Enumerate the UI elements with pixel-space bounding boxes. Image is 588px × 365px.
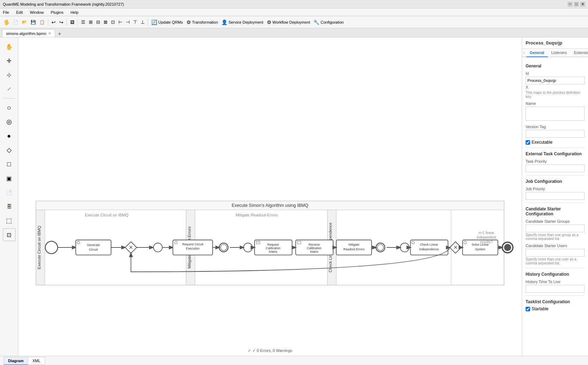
history-config-title: History Configuration [526, 272, 584, 277]
candidate-starter-title: Candidate Starter Configuration [526, 207, 584, 216]
tab-add-btn[interactable]: + [56, 31, 62, 37]
align-center-btn[interactable]: ⊞ [87, 18, 94, 27]
svg-text:✕: ✕ [129, 244, 133, 250]
distribute-h-btn[interactable]: ⊠ [102, 18, 109, 27]
fit-btn[interactable]: ⊤ [132, 18, 139, 27]
svg-text:Receive: Receive [308, 243, 320, 246]
app-title: QuantME Modeling and Transformation Fram… [3, 2, 124, 6]
save-btn[interactable]: 💾 [29, 18, 37, 27]
image-btn[interactable]: 🖼 [69, 18, 76, 27]
title-bar: QuantME Modeling and Transformation Fram… [0, 0, 588, 8]
create-end-event[interactable]: ● [3, 130, 16, 142]
svg-text:Execute Simon's Algorithm usin: Execute Simon's Algorithm using IBMQ [232, 203, 308, 208]
task-priority-label: Task Priority [526, 159, 584, 163]
startable-checkbox[interactable] [526, 307, 530, 311]
open-btn[interactable]: 📂 [20, 18, 29, 27]
menu-file[interactable]: File [1, 10, 11, 15]
history-ttl-field[interactable] [526, 285, 584, 293]
create-data-store[interactable]: 🗄 [3, 200, 16, 213]
panel-tabs: ‹ General Listeners Extensions › [522, 49, 588, 57]
svg-point-72 [504, 244, 511, 251]
configuration-btn[interactable]: 🔧 Configuration [312, 18, 345, 27]
update-qrms-btn[interactable]: 🔄 Update QRMs [150, 18, 184, 27]
flip-h-btn[interactable]: ⊢ [117, 18, 124, 27]
svg-text:Request: Request [267, 243, 279, 246]
maximize-button[interactable]: □ [574, 2, 579, 7]
transformation-label: Transformation [192, 20, 218, 24]
create-data-object[interactable]: 📄 [3, 186, 16, 199]
bpmn-diagram: Execute Simon's Algorithm using IBMQ Exe… [18, 37, 522, 356]
menu-plugins[interactable]: Plugins [49, 10, 65, 15]
name-field[interactable] [526, 107, 584, 121]
job-priority-field[interactable] [526, 192, 584, 200]
bottom-tab-group: Diagram XML [4, 357, 45, 365]
transformation-btn[interactable]: ⚙ Transformation [185, 18, 220, 27]
bottom-bar: Diagram XML [0, 356, 588, 365]
svg-text:Request Circuit: Request Circuit [182, 243, 203, 246]
create-intermediate-event[interactable]: ◎ [3, 115, 16, 128]
candidate-users-field[interactable] [526, 249, 584, 257]
menu-help[interactable]: Help [69, 10, 80, 15]
properties-panel: Properties Panel Process_0xqsrjp ‹ Gener… [522, 37, 588, 356]
create-group[interactable]: ⬚ [3, 214, 16, 227]
zoom-btn[interactable]: ⊥ [139, 18, 146, 27]
create-subprocess[interactable]: ▣ [3, 172, 16, 185]
id-field[interactable] [526, 77, 584, 84]
properties-panel-toggle[interactable]: Properties Panel [522, 186, 522, 207]
tab-xml[interactable]: XML [28, 357, 45, 365]
lasso-tool[interactable]: ✛ [3, 54, 16, 67]
diagram-status: ✓ ✓ 0 Errors, 0 Warnings [248, 348, 292, 353]
canvas-area[interactable]: Execute Simon's Algorithm using IBMQ Exe… [18, 37, 522, 356]
task-priority-field[interactable] [526, 164, 584, 172]
align-left-btn[interactable]: ☰ [80, 18, 87, 27]
menu-window[interactable]: Window [29, 10, 45, 15]
svg-text:Readout-Errors: Readout-Errors [343, 247, 365, 251]
undo-btn[interactable]: ↩ [50, 18, 57, 27]
candidate-groups-hint: Specify more than one group as a comma s… [526, 233, 584, 241]
candidate-users-label: Candidate Starter Users [526, 244, 584, 248]
close-button[interactable]: ✕ [580, 2, 585, 7]
tab-simons-algorithm[interactable]: simons-algorithm.bpmn ✕ [2, 29, 55, 37]
create-start-event[interactable]: ○ [3, 101, 16, 114]
tab-close-btn[interactable]: ✕ [48, 31, 51, 35]
svg-text:Execution: Execution [186, 247, 200, 250]
space-tool[interactable]: ⊹ [3, 68, 16, 81]
connect-tool[interactable]: ⟋ [3, 83, 16, 95]
svg-text:Circuit: Circuit [89, 248, 98, 251]
hand-tool[interactable]: ✋ [3, 40, 16, 53]
svg-text:System: System [475, 247, 485, 251]
hand-tool-btn[interactable]: 🖐 [2, 18, 11, 27]
executable-checkbox[interactable] [526, 140, 530, 145]
tab-diagram[interactable]: Diagram [4, 357, 28, 365]
panel-prev-arrow[interactable]: ‹ [522, 49, 526, 56]
process-def-hint: This maps to the process definition key. [526, 91, 584, 98]
flip-v-btn[interactable]: ⊣ [124, 18, 131, 27]
distribute-v-btn[interactable]: ⊡ [110, 18, 116, 27]
service-deployment-btn[interactable]: 👤 Service Deployment [220, 18, 264, 27]
svg-text:Calibration: Calibration [307, 246, 321, 250]
left-toolbar: ✋ ✛ ⊹ ⟋ ○ ◎ ● ◇ □ ▣ 📄 🗄 ⬚ ⊡ [0, 37, 18, 356]
tasklist-config-title: Tasklist Configuration [526, 299, 584, 304]
new-btn[interactable]: 📄 [12, 18, 20, 27]
create-gateway[interactable]: ◇ [3, 144, 16, 156]
menu-edit[interactable]: Edit [15, 10, 24, 15]
divider-2 [526, 175, 584, 175]
candidate-groups-field[interactable] [526, 225, 584, 232]
tab-listeners[interactable]: Listeners [548, 49, 571, 57]
workflow-deployment-btn[interactable]: ⚙ Workflow Deployment [265, 18, 312, 27]
svg-text:Execute Circuit on IBMQ: Execute Circuit on IBMQ [37, 226, 41, 269]
minimize-button[interactable]: ─ [568, 2, 572, 7]
tab-extensions[interactable]: Extensions [570, 49, 588, 57]
version-tag-field[interactable] [526, 130, 584, 138]
redo-btn[interactable]: ↪ [58, 18, 65, 27]
create-selection[interactable]: ⊡ [3, 228, 16, 241]
svg-point-14 [45, 241, 57, 254]
align-right-btn[interactable]: ⊟ [95, 18, 102, 27]
window-controls[interactable]: ─ □ ✕ [568, 2, 585, 7]
save-as-btn[interactable]: 📋 [38, 18, 46, 27]
separator-4 [148, 19, 148, 26]
create-task[interactable]: □ [3, 158, 16, 170]
tab-general[interactable]: General [526, 49, 548, 57]
svg-text:Execute Circuit on IBMQ: Execute Circuit on IBMQ [85, 213, 129, 217]
main-area: ✋ ✛ ⊹ ⟋ ○ ◎ ● ◇ □ ▣ 📄 🗄 ⬚ ⊡ Execute Simo… [0, 37, 588, 356]
